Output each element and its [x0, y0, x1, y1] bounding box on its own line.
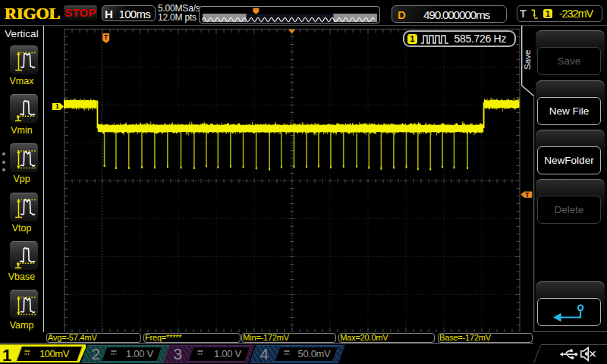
- svg-text:T: T: [104, 33, 109, 41]
- svg-text:1: 1: [55, 102, 59, 110]
